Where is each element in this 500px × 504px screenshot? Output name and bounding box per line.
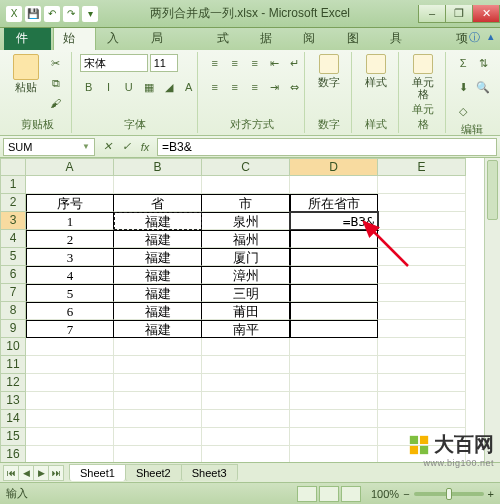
name-box[interactable]: SUM▼ [3, 138, 95, 156]
cell[interactable]: 序号 [26, 194, 114, 212]
sheet-tab-3[interactable]: Sheet3 [181, 464, 238, 481]
tab-nav-first-icon[interactable]: ⏮ [3, 465, 19, 481]
close-button[interactable]: ✕ [472, 5, 500, 23]
cell[interactable]: 泉州 [202, 212, 290, 230]
cell[interactable] [290, 392, 378, 410]
cell[interactable]: 7 [26, 320, 114, 338]
copy-icon[interactable]: ⧉ [47, 74, 65, 92]
font-size-select[interactable]: 11 [150, 54, 178, 72]
autosum-icon[interactable]: Σ [454, 54, 472, 72]
cell[interactable] [378, 374, 466, 392]
align-center-icon[interactable]: ≡ [226, 78, 244, 96]
wrap-text-icon[interactable]: ↵ [286, 54, 304, 72]
fill-down-icon[interactable]: ⬇ [454, 78, 472, 96]
cell[interactable] [114, 374, 202, 392]
cell[interactable] [378, 410, 466, 428]
row-1[interactable]: 1 [0, 176, 26, 194]
font-name-select[interactable]: 宋体 [80, 54, 148, 72]
tab-nav-next-icon[interactable]: ▶ [33, 465, 49, 481]
qat-dropdown-icon[interactable]: ▾ [82, 6, 98, 22]
cell[interactable]: 福建 [114, 320, 202, 338]
zoom-in-icon[interactable]: + [488, 488, 494, 500]
align-top-icon[interactable]: ≡ [206, 54, 224, 72]
cell[interactable] [202, 176, 290, 194]
bold-button[interactable]: B [80, 78, 98, 96]
cell[interactable] [202, 338, 290, 356]
zoom-out-icon[interactable]: − [403, 488, 409, 500]
zoom-thumb[interactable] [446, 488, 452, 500]
paste-button[interactable]: 粘贴 [10, 54, 43, 93]
sort-icon[interactable]: ⇅ [474, 54, 492, 72]
minimize-button[interactable]: – [418, 5, 446, 23]
cell[interactable] [202, 392, 290, 410]
cell[interactable] [202, 374, 290, 392]
col-C[interactable]: C [202, 158, 290, 176]
find-icon[interactable]: 🔍 [474, 78, 492, 96]
row-13[interactable]: 13 [0, 392, 26, 410]
cell[interactable] [378, 266, 466, 284]
cell[interactable] [378, 230, 466, 248]
scroll-thumb[interactable] [487, 160, 498, 220]
cell[interactable] [290, 266, 378, 284]
cell[interactable]: 福建 [114, 248, 202, 266]
cell[interactable]: 厦门 [202, 248, 290, 266]
align-mid-icon[interactable]: ≡ [226, 54, 244, 72]
cell[interactable] [114, 410, 202, 428]
cell[interactable] [290, 230, 378, 248]
zoom-slider[interactable] [414, 492, 484, 496]
indent-inc-icon[interactable]: ⇥ [266, 78, 284, 96]
cell[interactable] [378, 212, 466, 230]
redo-icon[interactable]: ↷ [63, 6, 79, 22]
align-right-icon[interactable]: ≡ [246, 78, 264, 96]
cell[interactable] [26, 338, 114, 356]
cell[interactable]: 福建 [114, 302, 202, 320]
help-icon[interactable]: ⓘ [469, 30, 480, 45]
col-B[interactable]: B [114, 158, 202, 176]
cell[interactable] [202, 428, 290, 446]
row-15[interactable]: 15 [0, 428, 26, 446]
cell[interactable]: 福建 [114, 284, 202, 302]
cell[interactable] [114, 356, 202, 374]
vertical-scrollbar[interactable] [484, 158, 500, 462]
cell[interactable] [202, 356, 290, 374]
tab-nav-prev-icon[interactable]: ◀ [18, 465, 34, 481]
save-icon[interactable]: 💾 [25, 6, 41, 22]
cell[interactable]: 所在省市 [290, 194, 378, 212]
merge-icon[interactable]: ⇔ [286, 78, 304, 96]
cell[interactable] [290, 410, 378, 428]
clear-icon[interactable]: ◇ [454, 102, 472, 120]
cell[interactable] [26, 374, 114, 392]
cell-B3[interactable]: 福建 [114, 212, 202, 230]
format-painter-icon[interactable]: 🖌 [47, 94, 65, 112]
row-10[interactable]: 10 [0, 338, 26, 356]
row-3[interactable]: 3 [0, 212, 26, 230]
cells-button[interactable]: 单元格 [407, 54, 439, 100]
cell[interactable] [26, 410, 114, 428]
italic-button[interactable]: I [100, 78, 118, 96]
cell[interactable]: 1 [26, 212, 114, 230]
cell[interactable]: 莆田 [202, 302, 290, 320]
cut-icon[interactable]: ✂ [47, 54, 65, 72]
view-layout-icon[interactable] [319, 486, 339, 502]
cell[interactable]: 省 [114, 194, 202, 212]
col-A[interactable]: A [26, 158, 114, 176]
cancel-edit-icon[interactable]: ✕ [98, 138, 116, 156]
select-all-corner[interactable] [0, 158, 26, 176]
cell[interactable] [290, 374, 378, 392]
cell[interactable]: 5 [26, 284, 114, 302]
fx-icon[interactable]: fx [136, 138, 154, 156]
cell[interactable]: 市 [202, 194, 290, 212]
sheet-tab-2[interactable]: Sheet2 [125, 464, 182, 481]
cell[interactable] [378, 320, 466, 338]
cell[interactable] [378, 356, 466, 374]
confirm-edit-icon[interactable]: ✓ [117, 138, 135, 156]
cell[interactable]: 三明 [202, 284, 290, 302]
formula-input[interactable]: =B3& [157, 138, 497, 156]
cell[interactable] [26, 356, 114, 374]
row-4[interactable]: 4 [0, 230, 26, 248]
row-14[interactable]: 14 [0, 410, 26, 428]
row-9[interactable]: 9 [0, 320, 26, 338]
cell[interactable] [290, 284, 378, 302]
cell[interactable] [290, 356, 378, 374]
cell[interactable] [202, 410, 290, 428]
